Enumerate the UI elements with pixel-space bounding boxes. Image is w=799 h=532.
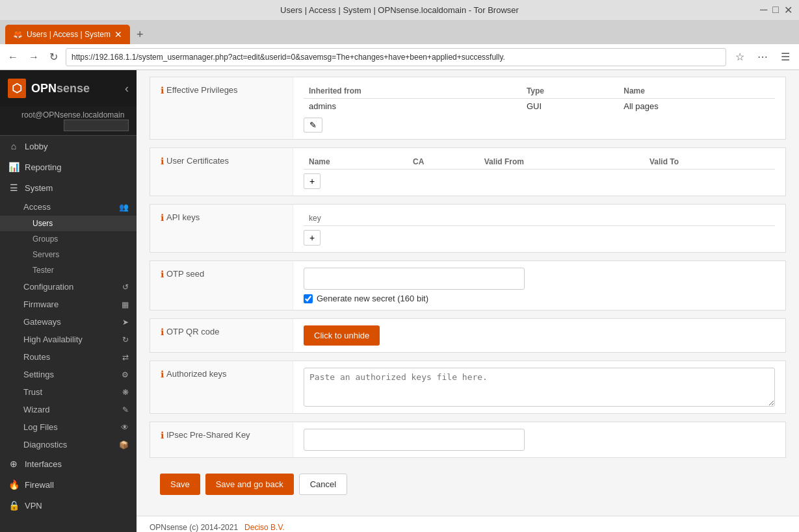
sidebar-item-lobby[interactable]: ⌂ Lobby [0,136,137,157]
cancel-button[interactable]: Cancel [299,474,347,495]
maximize-btn[interactable]: □ [772,4,779,16]
logo-box: ⬡ [8,79,26,98]
api-keys-section: ℹ API keys key + [150,204,786,253]
save-button[interactable]: Save [160,474,200,495]
sidebar-item-firewall[interactable]: 🔥 Firewall [0,474,137,495]
col-name: Name [304,155,408,170]
footer-text: OPNsense (c) 2014-2021 [150,523,238,532]
sidebar-sub-gateways[interactable]: Gateways ➤ [0,313,137,331]
hamburger-menu-btn[interactable]: ☰ [777,48,794,66]
col-type: Type [521,84,618,99]
groups-label: Groups [33,234,58,244]
api-keys-field: key + [293,205,785,252]
log-files-icon: 👁 [121,423,129,432]
otp-seed-label: ℹ OTP seed [150,261,293,310]
forward-btn[interactable]: → [26,49,42,66]
sidebar-item-reporting[interactable]: 📊 Reporting [0,157,137,177]
sidebar-subsub-groups[interactable]: Groups [0,231,137,247]
sidebar-sub-trust[interactable]: Trust ❋ [0,383,137,401]
logo-icon: ⬡ [12,82,22,95]
routes-icon: ⇄ [122,353,129,362]
info-icon: ℹ [161,269,164,279]
tab-close-icon[interactable]: ✕ [114,29,122,40]
info-icon: ℹ [161,212,164,223]
reporting-icon: 📊 [8,162,20,172]
authorized-keys-textarea[interactable] [304,368,775,407]
save-and-go-back-button[interactable]: Save and go back [205,474,294,495]
log-files-label: Log Files [23,422,58,432]
sidebar-item-label: Lobby [25,142,47,151]
col-valid-to: Valid To [644,155,775,170]
sidebar-sub-diagnostics[interactable]: Diagnostics 📦 [0,436,137,453]
authorized-keys-section: ℹ Authorized keys [150,361,786,414]
browser-title: Users | Access | System | OPNsense.local… [280,5,519,15]
col-ca: CA [408,155,479,170]
generate-secret-row: Generate new secret (160 bit) [304,294,775,303]
tab-favicon: 🦊 [13,30,23,39]
settings-label: Settings [23,370,54,379]
bookmarks-btn[interactable]: ☆ [731,48,748,66]
effective-privileges-field: Inherited from Type Name admins GUI All … [293,77,785,139]
effective-privileges-section: ℹ Effective Privileges Inherited from Ty… [150,77,786,140]
otp-seed-field: Generate new secret (160 bit) [293,261,785,310]
otp-seed-input[interactable] [304,268,525,290]
add-certificate-btn[interactable]: + [304,173,321,189]
sidebar-sub-configuration[interactable]: Configuration ↺ [0,278,137,296]
api-keys-row: ℹ API keys key + [150,205,785,252]
sidebar-sub-high-availability[interactable]: High Availability ↻ [0,331,137,348]
sidebar-subsub-users[interactable]: Users [0,216,137,231]
search-input[interactable] [64,120,129,131]
user-label: root@OPNsense.localdomain [21,110,124,120]
browser-titlebar: Users | Access | System | OPNsense.local… [0,0,799,21]
name-cell: All pages [618,99,775,114]
sidebar-collapse-btn[interactable]: ‹ [125,82,129,95]
interfaces-icon: ⊕ [8,459,20,469]
close-btn[interactable]: ✕ [784,4,792,16]
firmware-icon: ▦ [122,300,129,309]
sidebar-sub-firmware[interactable]: Firmware ▦ [0,296,137,313]
sidebar-item-label: Reporting [25,162,61,172]
ipsec-field [293,422,785,457]
sidebar-subsub-tester[interactable]: Tester [0,262,137,278]
lobby-icon: ⌂ [8,141,20,151]
effective-privileges-row: ℹ Effective Privileges Inherited from Ty… [150,77,785,139]
sidebar-item-label: Interfaces [25,459,62,469]
content-body: ℹ Effective Privileges Inherited from Ty… [137,70,799,516]
sidebar-sub-access[interactable]: Access 👥 [0,198,137,216]
url-input[interactable] [66,48,726,66]
api-keys-label: ℹ API keys [150,205,293,252]
info-icon: ℹ [161,430,164,440]
generate-secret-checkbox[interactable] [304,294,313,303]
logo-text: OPNsense [31,82,90,95]
sidebar-item-vpn[interactable]: 🔒 VPN [0,495,137,516]
inherited-from-cell: admins [304,99,521,114]
minimize-btn[interactable]: ─ [760,4,767,16]
sidebar-item-interfaces[interactable]: ⊕ Interfaces [0,453,137,474]
sidebar-subsub-servers[interactable]: Servers [0,247,137,262]
col-valid-from: Valid From [479,155,644,170]
otp-seed-section: ℹ OTP seed Generate new secret (160 bit) [150,260,786,310]
reload-btn[interactable]: ↻ [47,48,60,66]
otp-qr-field: Click to unhide [293,319,785,352]
info-icon: ℹ [161,369,164,379]
table-row: admins GUI All pages [304,99,775,114]
back-btn[interactable]: ← [5,49,21,66]
active-tab[interactable]: 🦊 Users | Access | System ✕ [5,25,130,44]
sidebar-item-system[interactable]: ☰ System [0,177,137,198]
system-icon: ☰ [8,183,20,193]
new-tab-btn[interactable]: + [130,25,150,44]
sidebar-sub-routes[interactable]: Routes ⇄ [0,348,137,366]
sidebar-sub-log-files[interactable]: Log Files 👁 [0,418,137,436]
user-certificates-label: ℹ User Certificates [150,148,293,196]
sidebar-sub-settings[interactable]: Settings ⚙ [0,366,137,383]
add-api-key-btn[interactable]: + [304,230,321,246]
high-availability-icon: ↻ [122,335,129,344]
ipsec-input[interactable] [304,429,525,451]
footer-link[interactable]: Deciso B.V. [244,523,285,532]
info-icon: ℹ [161,156,164,166]
configuration-icon: ↺ [122,283,129,292]
edit-privilege-btn[interactable]: ✎ [304,118,322,133]
extensions-btn[interactable]: ⋯ [753,48,772,66]
click-to-unhide-btn[interactable]: Click to unhide [304,325,380,346]
sidebar-sub-wizard[interactable]: Wizard ✎ [0,401,137,418]
